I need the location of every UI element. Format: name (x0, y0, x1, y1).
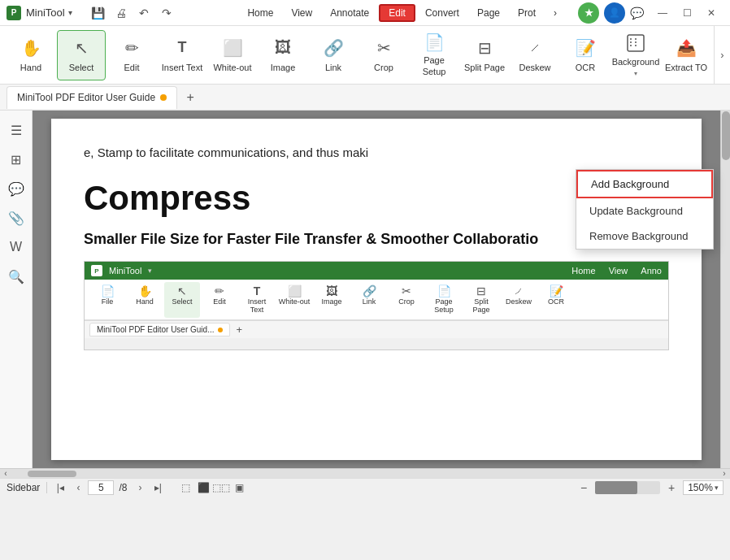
current-page[interactable]: 5 (88, 480, 114, 495)
nav-edit[interactable]: Edit (379, 4, 415, 22)
inner-tool-split[interactable]: ⊟ Split Page (463, 282, 499, 318)
prev-page-button[interactable]: ‹ (70, 480, 86, 496)
minimize-button[interactable]: — (650, 1, 675, 25)
new-tab-button[interactable]: + (180, 88, 200, 107)
undo-button[interactable]: ↶ (134, 3, 154, 23)
view-facing-button[interactable]: ▣ (231, 480, 247, 496)
tool-page-setup[interactable]: 📄 Page Setup (410, 30, 458, 80)
inner-tool-whiteout[interactable]: ⬜ White-out (276, 282, 312, 318)
inner-nav-home[interactable]: Home (571, 266, 595, 276)
inner-toolbar: 📄 File ✋ Hand ↖ Select ✏ Edit (85, 280, 668, 320)
sidebar-item-comments[interactable]: 💬 (3, 176, 29, 202)
tool-link[interactable]: 🔗 Link (309, 30, 358, 80)
inner-tool-image[interactable]: 🖼 Image (314, 282, 350, 318)
tool-split-page[interactable]: ⊟ Split Page (460, 30, 509, 80)
inner-nav-anno[interactable]: Anno (641, 266, 662, 276)
next-page-button[interactable]: › (132, 480, 148, 496)
nav-prot[interactable]: Prot (510, 4, 544, 22)
zoom-in-button[interactable]: + (663, 480, 680, 496)
dropdown-update-background[interactable]: Update Background (576, 198, 713, 224)
tool-whiteout[interactable]: ⬜ White-out (208, 30, 257, 80)
redo-button[interactable]: ↷ (157, 3, 176, 23)
inner-tool-page-setup[interactable]: 📄 Page Setup (426, 282, 462, 318)
status-bar: Sidebar |◂ ‹ 5 /8 › ▸| ⬚ ⬛ ⬚⬚ ▣ − + 150%… (0, 478, 730, 496)
message-icon[interactable]: 💬 (630, 7, 644, 20)
sidebar-item-w[interactable]: W (3, 234, 29, 260)
scrollbar-thumb[interactable] (722, 111, 730, 160)
inner-tool-file[interactable]: 📄 File (89, 282, 125, 318)
toolbar-more-button[interactable]: › (714, 26, 730, 84)
sidebar-item-bookmark[interactable]: ☰ (3, 117, 29, 143)
whiteout-icon: ⬜ (221, 37, 244, 59)
tool-select[interactable]: ↖ Select (57, 30, 106, 80)
tool-hand[interactable]: ✋ Hand (7, 30, 55, 80)
inner-crop-icon: ✂ (402, 284, 411, 297)
upgrade-button[interactable]: ★ (578, 2, 599, 24)
inner-tool-link[interactable]: 🔗 Link (351, 282, 387, 318)
save-button[interactable]: 💾 (89, 3, 108, 23)
inner-file-icon: 📄 (101, 284, 115, 297)
scroll-track (11, 471, 719, 477)
inner-tab[interactable]: MiniTool PDF Editor User Guid... (89, 323, 230, 336)
sidebar-label: Sidebar (7, 482, 40, 493)
sidebar-item-attachments[interactable]: 📎 (3, 205, 29, 231)
scroll-right-button[interactable]: › (719, 469, 730, 479)
hand-icon: ✋ (20, 37, 42, 59)
inner-tool-select[interactable]: ↖ Select (164, 282, 200, 318)
inner-tool-edit[interactable]: ✏ Edit (202, 282, 237, 318)
inner-image-icon: 🖼 (326, 284, 337, 297)
nav-more[interactable]: › (545, 4, 565, 22)
tab-bar: MiniTool PDF Editor User Guide + (0, 85, 730, 111)
sidebar-item-thumbnails[interactable]: ⊞ (3, 146, 29, 172)
inner-insert-icon: T (254, 284, 261, 297)
tool-crop[interactable]: ✂ Crop (359, 30, 408, 80)
tool-background[interactable]: Background ▾ (611, 30, 660, 80)
tool-edit[interactable]: ✏ Edit (107, 30, 156, 80)
horizontal-scrollbar[interactable]: ‹ › (0, 468, 730, 478)
maximize-button[interactable]: ☐ (675, 1, 699, 25)
tool-insert-text[interactable]: T Insert Text (158, 30, 206, 80)
background-dropdown-arrow: ▾ (634, 70, 637, 77)
inner-tool-crop[interactable]: ✂ Crop (389, 282, 424, 318)
split-page-icon: ⊟ (473, 37, 496, 59)
tool-deskew[interactable]: ⟋ Deskew (511, 30, 559, 80)
user-avatar[interactable]: 👤 (604, 2, 625, 24)
title-bar-right: ★ 👤 💬 (578, 2, 644, 24)
nav-annotate[interactable]: Annotate (322, 4, 377, 22)
tool-extract[interactable]: 📤 Extract TO (662, 30, 710, 80)
inner-tool-hand[interactable]: ✋ Hand (127, 282, 163, 318)
sidebar-toggle[interactable]: Sidebar (7, 482, 47, 493)
inner-tool-insert-text[interactable]: T Insert Text (239, 282, 275, 318)
zoom-value[interactable]: 150% ▾ (683, 480, 723, 495)
nav-home[interactable]: Home (239, 4, 281, 22)
nav-page[interactable]: Page (469, 4, 508, 22)
nav-view[interactable]: View (283, 4, 320, 22)
tool-image[interactable]: 🖼 Image (259, 30, 307, 80)
image-icon: 🖼 (272, 37, 294, 59)
inner-tool-deskew[interactable]: ⟋ Deskew (501, 282, 537, 318)
inner-tool-ocr[interactable]: 📝 OCR (538, 282, 574, 318)
dropdown-remove-background[interactable]: Remove Background (576, 224, 713, 249)
inner-logo: P (91, 265, 102, 276)
nav-convert[interactable]: Convert (417, 4, 467, 22)
print-button[interactable]: 🖨 (111, 3, 131, 23)
view-two-page-button[interactable]: ⬚⬚ (213, 480, 229, 496)
close-button[interactable]: ✕ (699, 1, 723, 25)
inner-new-tab-button[interactable]: + (237, 323, 243, 336)
zoom-out-button[interactable]: − (576, 480, 592, 496)
right-scrollbar[interactable] (720, 111, 730, 468)
first-page-button[interactable]: |◂ (52, 480, 68, 496)
tool-ocr[interactable]: 📝 OCR (561, 30, 610, 80)
dropdown-add-background[interactable]: Add Background (576, 170, 713, 198)
scroll-left-button[interactable]: ‹ (0, 469, 11, 479)
inner-select-label: Select (172, 297, 192, 306)
view-scroll-button[interactable]: ⬛ (195, 480, 211, 496)
h-scrollbar-thumb[interactable] (28, 471, 76, 477)
sidebar-item-search[interactable]: 🔍 (3, 263, 29, 289)
inner-nav-view[interactable]: View (609, 266, 628, 276)
zoom-chevron-icon[interactable]: ▾ (715, 484, 719, 492)
main-tab[interactable]: MiniTool PDF Editor User Guide (7, 86, 177, 109)
last-page-button[interactable]: ▸| (150, 480, 166, 496)
zoom-slider[interactable] (595, 481, 660, 494)
view-single-button[interactable]: ⬚ (177, 480, 193, 496)
